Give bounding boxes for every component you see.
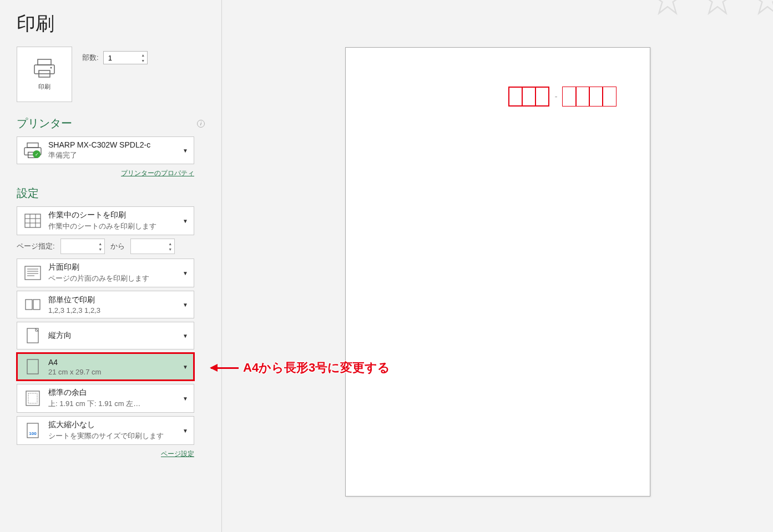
annotation: A4から長形3号に変更する [211,359,390,376]
svg-rect-20 [27,359,38,374]
paper-size-title: A4 [48,358,179,367]
print-settings-panel: 印刷 印刷 部数: 1 ▲ ▼ プリンター i [0,0,222,532]
printer-properties-link-row: プリンターのプロパティ [17,168,194,178]
postal-dash: - [555,92,558,101]
dropdown-caret-icon: ▼ [183,148,188,154]
svg-rect-18 [33,300,40,310]
postal-code-boxes: - [509,87,617,107]
copies-value: 1 [108,54,112,62]
preview-page: - [345,47,650,496]
dropdown-caret-icon: ▼ [183,364,188,370]
svg-rect-17 [26,300,32,310]
svg-rect-22 [28,393,37,403]
dropdown-caret-icon: ▼ [183,302,188,308]
postal-box [602,87,617,107]
collate-sub: 1,2,3 1,2,3 1,2,3 [48,306,179,315]
page-from-input[interactable]: ▲ ▼ [60,239,105,254]
page-to-down[interactable]: ▼ [168,246,173,252]
ready-check-icon [33,150,41,158]
sides-sub: ページの片面のみを印刷します [48,273,179,283]
margins-selector[interactable]: 標準の余白 上: 1.91 cm 下: 1.91 cm 左… ▼ [17,384,194,413]
printer-status-icon [23,140,43,160]
paper-size-sub: 21 cm x 29.7 cm [48,368,179,376]
dropdown-caret-icon: ▼ [183,428,188,434]
settings-section-header: 設定 [17,186,205,201]
page-range-label: ページ指定: [17,241,55,251]
annotation-text: A4から長形3号に変更する [243,359,390,376]
print-top-row: 印刷 部数: 1 ▲ ▼ [17,47,205,102]
page-to-up[interactable]: ▲ [168,241,173,246]
postal-box [508,87,523,107]
info-icon[interactable]: i [197,120,205,128]
page-range-row: ページ指定: ▲ ▼ から ▲ ▼ [17,239,194,254]
copies-label: 部数: [82,53,99,63]
orientation-title: 縦方向 [48,331,179,341]
sides-selector[interactable]: 片面印刷 ページの片面のみを印刷します ▼ [17,259,194,287]
margins-sub: 上: 1.91 cm 下: 1.91 cm 左… [48,399,179,409]
print-button[interactable]: 印刷 [17,47,72,102]
spinner-buttons: ▲ ▼ [140,52,146,63]
sides-title: 片面印刷 [48,262,179,272]
arrow-icon [211,367,239,369]
postal-box [535,87,549,107]
page-range-to-label: から [110,241,125,251]
settings-header-text: 設定 [17,186,39,201]
page-from-up[interactable]: ▲ [98,241,103,246]
svg-rect-4 [27,143,38,148]
postal-box [589,87,603,107]
dropdown-caret-icon: ▼ [183,333,188,339]
page-setup-link[interactable]: ページ設定 [161,450,194,458]
one-side-icon [23,263,43,283]
svg-rect-1 [34,65,54,74]
printer-name: SHARP MX-C302W SPDL2-c [48,140,179,149]
copies-row: 部数: 1 ▲ ▼ [82,51,148,64]
printer-status: 準備完了 [48,150,179,160]
postal-box [562,87,577,107]
postal-box [522,87,536,107]
svg-point-3 [50,67,52,68]
margins-title: 標準の余白 [48,388,179,398]
collate-selector[interactable]: 部単位で印刷 1,2,3 1,2,3 1,2,3 ▼ [17,291,194,318]
scaling-selector[interactable]: 100 拡大縮小なし シートを実際のサイズで印刷します ▼ [17,416,194,445]
paper-size-icon [23,357,43,377]
print-what-sub: 作業中のシートのみを印刷します [48,221,179,231]
collate-title: 部単位で印刷 [48,295,179,305]
scaling-icon: 100 [23,420,43,440]
page-to-input[interactable]: ▲ ▼ [130,239,175,254]
orientation-selector[interactable]: 縦方向 ▼ [17,322,194,349]
printer-properties-link[interactable]: プリンターのプロパティ [121,169,194,177]
printer-header-text: プリンター [17,116,72,131]
svg-rect-0 [38,59,51,65]
postal-box [575,87,590,107]
print-preview-area: - [222,0,773,532]
margins-icon [23,388,43,408]
printer-section-header: プリンター i [17,116,205,131]
collate-icon [23,295,43,315]
portrait-icon [23,326,43,346]
svg-rect-7 [25,214,41,227]
print-what-selector[interactable]: 作業中のシートを印刷 作業中のシートのみを印刷します ▼ [17,206,194,235]
copies-down[interactable]: ▼ [140,58,146,63]
printer-icon [33,58,55,78]
dropdown-caret-icon: ▼ [183,270,188,276]
copies-up[interactable]: ▲ [140,52,146,58]
printer-selector[interactable]: SHARP MX-C302W SPDL2-c 準備完了 ▼ [17,136,194,164]
dropdown-caret-icon: ▼ [183,218,188,224]
scaling-title: 拡大縮小なし [48,420,179,430]
scaling-sub: シートを実際のサイズで印刷します [48,431,179,441]
print-button-label: 印刷 [38,83,50,91]
svg-rect-12 [25,266,41,280]
dropdown-caret-icon: ▼ [183,396,188,402]
sheet-icon [23,211,43,231]
page-title: 印刷 [17,11,205,37]
print-what-title: 作業中のシートを印刷 [48,210,179,220]
paper-size-selector[interactable]: A4 21 cm x 29.7 cm ▼ [17,353,194,381]
decorative-stars [651,0,773,17]
page-setup-link-row: ページ設定 [17,448,194,459]
svg-text:100: 100 [29,431,37,436]
page-from-down[interactable]: ▼ [98,246,103,252]
copies-input[interactable]: 1 ▲ ▼ [103,51,148,64]
